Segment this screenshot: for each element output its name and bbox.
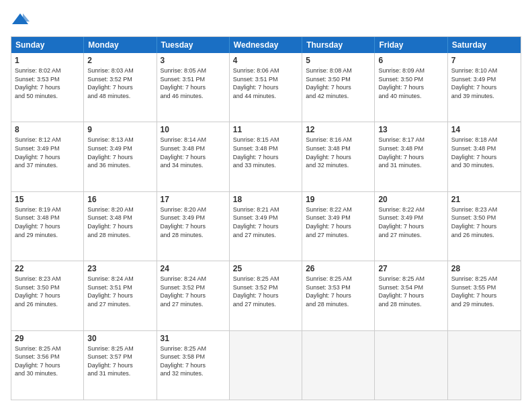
day-number: 10 (161, 125, 226, 134)
cell-text: Sunrise: 8:06 AMSunset: 3:51 PMDaylight:… (233, 66, 298, 100)
day-number: 21 (451, 195, 517, 204)
day-number: 26 (306, 264, 371, 273)
cal-cell-empty (375, 331, 447, 400)
cell-text: Sunrise: 8:17 AMSunset: 3:48 PMDaylight:… (378, 136, 443, 169)
cell-text: Sunrise: 8:23 AMSunset: 3:50 PMDaylight:… (15, 275, 80, 308)
cal-cell: 1Sunrise: 8:02 AMSunset: 3:53 PMDaylight… (11, 53, 84, 122)
cal-cell: 17Sunrise: 8:20 AMSunset: 3:49 PMDayligh… (157, 192, 230, 261)
cal-cell: 26Sunrise: 8:25 AMSunset: 3:53 PMDayligh… (302, 261, 375, 330)
cal-cell: 4Sunrise: 8:06 AMSunset: 3:51 PMDaylight… (230, 53, 302, 122)
cell-text: Sunrise: 8:25 AMSunset: 3:57 PMDaylight:… (87, 345, 152, 378)
cal-header-cell: Saturday (448, 37, 521, 53)
cal-header-cell: Wednesday (230, 37, 302, 53)
cal-cell: 31Sunrise: 8:25 AMSunset: 3:58 PMDayligh… (157, 331, 230, 400)
svg-marker-1 (23, 13, 30, 21)
cal-week: 29Sunrise: 8:25 AMSunset: 3:56 PMDayligh… (11, 331, 521, 400)
cal-week: 22Sunrise: 8:23 AMSunset: 3:50 PMDayligh… (11, 261, 521, 330)
day-number: 13 (378, 125, 443, 134)
day-number: 11 (233, 125, 298, 134)
cell-text: Sunrise: 8:02 AMSunset: 3:53 PMDaylight:… (15, 66, 80, 100)
cell-text: Sunrise: 8:18 AMSunset: 3:48 PMDaylight:… (451, 136, 517, 169)
cell-text: Sunrise: 8:25 AMSunset: 3:56 PMDaylight:… (15, 345, 80, 378)
day-number: 17 (161, 195, 226, 204)
day-number: 12 (306, 125, 371, 134)
day-number: 19 (306, 195, 371, 204)
cell-text: Sunrise: 8:03 AMSunset: 3:52 PMDaylight:… (87, 66, 152, 100)
day-number: 29 (15, 334, 80, 343)
cell-text: Sunrise: 8:10 AMSunset: 3:49 PMDaylight:… (451, 66, 517, 100)
day-number: 8 (15, 125, 80, 134)
logo-icon (11, 11, 30, 30)
cal-cell: 9Sunrise: 8:13 AMSunset: 3:49 PMDaylight… (84, 122, 157, 191)
cal-cell: 2Sunrise: 8:03 AMSunset: 3:52 PMDaylight… (84, 53, 157, 122)
cell-text: Sunrise: 8:20 AMSunset: 3:49 PMDaylight:… (161, 205, 226, 239)
cal-cell: 12Sunrise: 8:16 AMSunset: 3:48 PMDayligh… (302, 122, 375, 191)
cal-cell: 25Sunrise: 8:25 AMSunset: 3:52 PMDayligh… (230, 261, 302, 330)
day-number: 4 (233, 56, 298, 65)
cell-text: Sunrise: 8:23 AMSunset: 3:50 PMDaylight:… (451, 205, 517, 239)
day-number: 20 (378, 195, 443, 204)
cal-cell-empty (230, 331, 302, 400)
cal-cell: 8Sunrise: 8:12 AMSunset: 3:49 PMDaylight… (11, 122, 84, 191)
cal-cell: 27Sunrise: 8:25 AMSunset: 3:54 PMDayligh… (375, 261, 447, 330)
day-number: 18 (233, 195, 298, 204)
cal-week: 8Sunrise: 8:12 AMSunset: 3:49 PMDaylight… (11, 122, 521, 191)
cell-text: Sunrise: 8:15 AMSunset: 3:48 PMDaylight:… (233, 136, 298, 169)
cell-text: Sunrise: 8:20 AMSunset: 3:48 PMDaylight:… (87, 205, 152, 239)
cal-week: 15Sunrise: 8:19 AMSunset: 3:48 PMDayligh… (11, 192, 521, 261)
cal-cell: 15Sunrise: 8:19 AMSunset: 3:48 PMDayligh… (11, 192, 84, 261)
day-number: 14 (451, 125, 517, 134)
cell-text: Sunrise: 8:25 AMSunset: 3:55 PMDaylight:… (451, 275, 517, 308)
cell-text: Sunrise: 8:14 AMSunset: 3:48 PMDaylight:… (161, 136, 226, 169)
cal-cell: 30Sunrise: 8:25 AMSunset: 3:57 PMDayligh… (84, 331, 157, 400)
cal-cell-empty (448, 331, 521, 400)
calendar-body: 1Sunrise: 8:02 AMSunset: 3:53 PMDaylight… (11, 53, 521, 400)
cell-text: Sunrise: 8:24 AMSunset: 3:51 PMDaylight:… (87, 275, 152, 308)
day-number: 27 (378, 264, 443, 273)
cal-cell: 13Sunrise: 8:17 AMSunset: 3:48 PMDayligh… (375, 122, 447, 191)
day-number: 5 (306, 56, 371, 65)
page: SundayMondayTuesdayWednesdayThursdayFrid… (0, 0, 532, 411)
day-number: 2 (87, 56, 152, 65)
cal-cell: 3Sunrise: 8:05 AMSunset: 3:51 PMDaylight… (157, 53, 230, 122)
cell-text: Sunrise: 8:19 AMSunset: 3:48 PMDaylight:… (15, 205, 80, 239)
cell-text: Sunrise: 8:25 AMSunset: 3:54 PMDaylight:… (378, 275, 443, 308)
cal-cell: 5Sunrise: 8:08 AMSunset: 3:50 PMDaylight… (302, 53, 375, 122)
cal-cell-empty (302, 331, 375, 400)
cal-cell: 16Sunrise: 8:20 AMSunset: 3:48 PMDayligh… (84, 192, 157, 261)
cal-cell: 20Sunrise: 8:22 AMSunset: 3:49 PMDayligh… (375, 192, 447, 261)
cal-cell: 24Sunrise: 8:24 AMSunset: 3:52 PMDayligh… (157, 261, 230, 330)
header (11, 11, 521, 30)
cal-cell: 22Sunrise: 8:23 AMSunset: 3:50 PMDayligh… (11, 261, 84, 330)
cell-text: Sunrise: 8:25 AMSunset: 3:53 PMDaylight:… (306, 275, 371, 308)
cal-header-cell: Thursday (302, 37, 375, 53)
cell-text: Sunrise: 8:22 AMSunset: 3:49 PMDaylight:… (378, 205, 443, 239)
cell-text: Sunrise: 8:12 AMSunset: 3:49 PMDaylight:… (15, 136, 80, 169)
cell-text: Sunrise: 8:25 AMSunset: 3:52 PMDaylight:… (233, 275, 298, 308)
cal-cell: 10Sunrise: 8:14 AMSunset: 3:48 PMDayligh… (157, 122, 230, 191)
calendar: SundayMondayTuesdayWednesdayThursdayFrid… (11, 36, 521, 400)
cal-header-cell: Tuesday (157, 37, 230, 53)
cell-text: Sunrise: 8:08 AMSunset: 3:50 PMDaylight:… (306, 66, 371, 100)
day-number: 16 (87, 195, 152, 204)
day-number: 30 (87, 334, 152, 343)
cell-text: Sunrise: 8:13 AMSunset: 3:49 PMDaylight:… (87, 136, 152, 169)
cal-cell: 21Sunrise: 8:23 AMSunset: 3:50 PMDayligh… (448, 192, 521, 261)
cal-cell: 7Sunrise: 8:10 AMSunset: 3:49 PMDaylight… (448, 53, 521, 122)
day-number: 15 (15, 195, 80, 204)
cell-text: Sunrise: 8:16 AMSunset: 3:48 PMDaylight:… (306, 136, 371, 169)
cal-header-cell: Monday (84, 37, 157, 53)
day-number: 7 (451, 56, 517, 65)
cal-header-cell: Friday (375, 37, 447, 53)
cal-header-cell: Sunday (11, 37, 84, 53)
cal-cell: 29Sunrise: 8:25 AMSunset: 3:56 PMDayligh… (11, 331, 84, 400)
cal-cell: 28Sunrise: 8:25 AMSunset: 3:55 PMDayligh… (448, 261, 521, 330)
day-number: 3 (161, 56, 226, 65)
day-number: 22 (15, 264, 80, 273)
cal-cell: 18Sunrise: 8:21 AMSunset: 3:49 PMDayligh… (230, 192, 302, 261)
cell-text: Sunrise: 8:21 AMSunset: 3:49 PMDaylight:… (233, 205, 298, 239)
cal-cell: 19Sunrise: 8:22 AMSunset: 3:49 PMDayligh… (302, 192, 375, 261)
cal-cell: 23Sunrise: 8:24 AMSunset: 3:51 PMDayligh… (84, 261, 157, 330)
day-number: 24 (161, 264, 226, 273)
day-number: 25 (233, 264, 298, 273)
